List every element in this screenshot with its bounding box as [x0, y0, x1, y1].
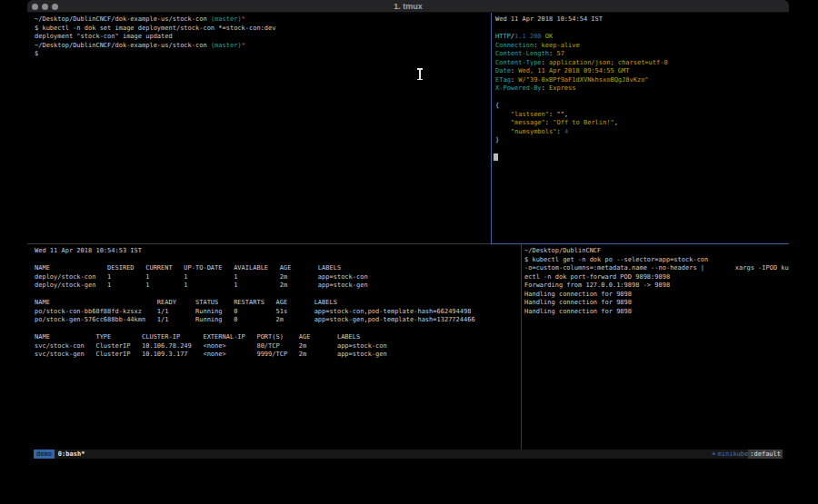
- terminal-line: [495, 94, 789, 103]
- terminal-line: deploy/stock-con 1 1 1 1 2m app=stock-co…: [35, 273, 521, 282]
- window-titlebar: 1. tmux: [27, 0, 789, 13]
- terminal-line: "lastseen": "",: [495, 111, 789, 120]
- terminal-line: NAME TYPE CLUSTER-IP EXTERNAL-IP PORT(S)…: [35, 333, 521, 342]
- mouse-ibeam-pointer: [417, 68, 422, 80]
- terminal-line: deployment "stock-con" image updated: [35, 33, 491, 42]
- terminal-line: ~/Desktop/DublinCNCF: [524, 247, 789, 256]
- pane-divider-vertical-bottom[interactable]: [521, 244, 522, 450]
- pane-shell-top-left[interactable]: ~/Desktop/DublinCNCF/dok-example-us/stoc…: [27, 13, 491, 243]
- terminal-line: Content-Type: application/json; charset=…: [495, 59, 789, 68]
- kube-cluster-label: minikube: [718, 450, 749, 459]
- window-tab-bash[interactable]: 0:bash*: [58, 450, 85, 459]
- terminal-line: [495, 25, 789, 34]
- terminal-line: po/stock-gen-576cc688bb-44kmn 1/1 Runnin…: [35, 316, 521, 325]
- pane-http-response[interactable]: Wed 11 Apr 2018 10:54:54 IST HTTP/1.1 20…: [492, 13, 789, 243]
- terminal-line: [35, 256, 521, 265]
- terminal-line: po/stock-con-bb68f88fd-kzsxz 1/1 Running…: [35, 308, 521, 317]
- terminal-line: svc/stock-con ClusterIP 10.106.78.249 <n…: [35, 342, 521, 351]
- terminal-line: Wed 11 Apr 2018 10:54:53 IST: [35, 247, 521, 256]
- terminal-line: Forwarding from 127.0.0.1:9898 -> 9898: [524, 282, 789, 291]
- terminal-line: {: [495, 102, 789, 111]
- terminal-line: ~/Desktop/DublinCNCF/dok-example-us/stoc…: [35, 15, 491, 25]
- pane-divider-vertical-top[interactable]: [491, 13, 492, 243]
- pane-divider-horizontal-left[interactable]: [27, 243, 491, 244]
- terminal-cursor: [494, 153, 498, 161]
- session-name-badge: demo: [34, 450, 55, 459]
- pane-port-forward[interactable]: ~/Desktop/DublinCNCF$ kubectl get -n dok…: [522, 244, 789, 450]
- terminal-line: ETag: W/"39-0xBPf9aF1dXVNkhsxoBQgJ8vKzo": [495, 76, 789, 85]
- window-title: 1. tmux: [27, 1, 789, 12]
- helm-wheel-icon: ⎈: [712, 450, 715, 459]
- terminal-line: Handling connection for 9898: [524, 308, 789, 317]
- terminal-line: deploy/stock-gen 1 1 1 1 2m app=stock-ge…: [35, 282, 521, 291]
- kube-context-label: :default: [748, 450, 783, 459]
- terminal-line: "numsymbols": 4: [495, 128, 789, 137]
- terminal-line: Date: Wed, 11 Apr 2018 09:54:55 GMT: [495, 67, 789, 76]
- terminal-line: NAME DESIRED CURRENT UP-TO-DATE AVAILABL…: [35, 264, 521, 273]
- terminal-line: Handling connection for 9898: [524, 291, 789, 300]
- terminal-line: ectl -n dok port-forward POD 9898:9898: [524, 273, 789, 282]
- terminal-line: [35, 291, 521, 300]
- terminal-line: svc/stock-gen ClusterIP 10.109.3.177 <no…: [35, 351, 521, 360]
- terminal-line: $: [35, 50, 491, 59]
- terminal-line: Content-Length: 57: [495, 50, 789, 59]
- terminal-line: Connection: keep-alive: [495, 42, 789, 51]
- terminal-line: $ kubectl get -n dok po --selector=app=s…: [524, 256, 789, 265]
- tmux-status-bar: demo 0:bash* ⎈ minikube :default: [34, 450, 783, 459]
- terminal-line: X-Powered-By: Express: [495, 84, 789, 94]
- pane-divider-horizontal-right[interactable]: [491, 243, 789, 244]
- terminal-line: HTTP/1.1 200 OK: [495, 33, 789, 42]
- terminal-line: "message": "Off to Berlin!",: [495, 119, 789, 128]
- terminal-line: Handling connection for 9898: [524, 299, 789, 308]
- terminal-line: [35, 325, 521, 334]
- terminal-line: }: [495, 136, 789, 145]
- terminal-line: ~/Desktop/DublinCNCF/dok-example-us/stoc…: [35, 42, 491, 51]
- terminal-line: Wed 11 Apr 2018 10:54:54 IST: [495, 15, 789, 25]
- terminal-line: NAME READY STATUS RESTARTS AGE LABELS: [35, 299, 521, 308]
- pane-kubectl-get[interactable]: Wed 11 Apr 2018 10:54:53 IST NAME DESIRE…: [27, 244, 521, 450]
- terminal-line: -o=custom-columns=:metadata.name --no-he…: [524, 264, 789, 273]
- terminal-line: $ kubectl -n dok set image deployment/st…: [35, 25, 491, 34]
- terminal-window: 1. tmux ~/Desktop/DublinCNCF/dok-example…: [27, 0, 789, 465]
